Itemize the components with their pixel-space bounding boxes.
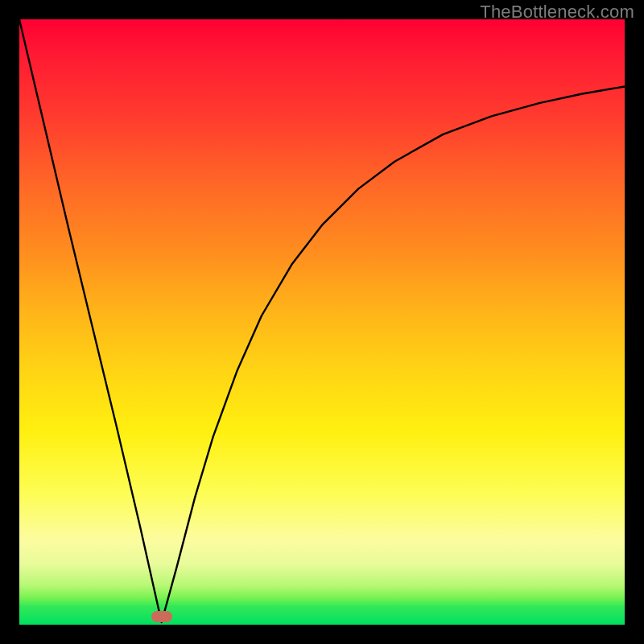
plot-area xyxy=(19,19,625,625)
chart-frame: TheBottleneck.com xyxy=(0,0,644,644)
curve-path xyxy=(19,19,625,622)
min-marker xyxy=(151,611,172,622)
bottleneck-curve xyxy=(19,19,625,625)
watermark-text: TheBottleneck.com xyxy=(480,2,634,23)
